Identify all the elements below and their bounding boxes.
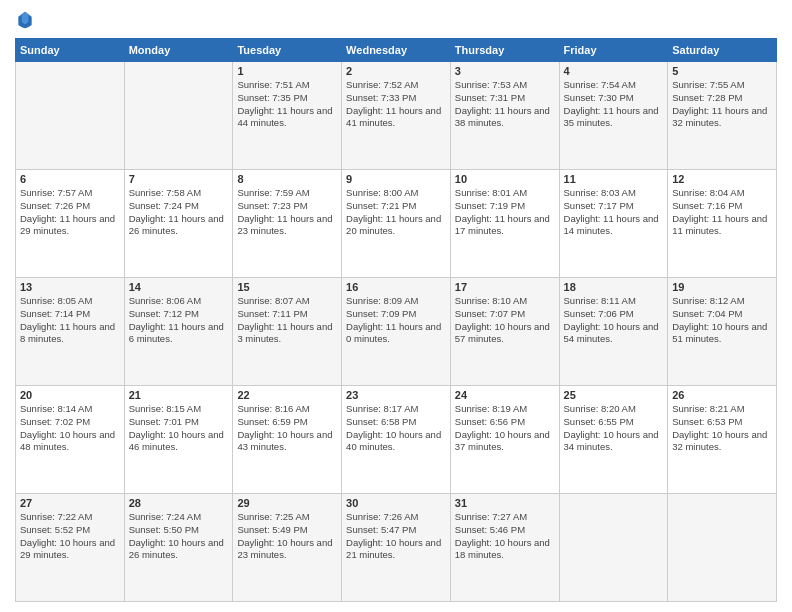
day-cell: 28Sunrise: 7:24 AMSunset: 5:50 PMDayligh… bbox=[124, 494, 233, 602]
day-cell: 19Sunrise: 8:12 AMSunset: 7:04 PMDayligh… bbox=[668, 278, 777, 386]
day-info: Sunrise: 7:55 AMSunset: 7:28 PMDaylight:… bbox=[672, 79, 772, 130]
week-row-5: 27Sunrise: 7:22 AMSunset: 5:52 PMDayligh… bbox=[16, 494, 777, 602]
day-cell: 22Sunrise: 8:16 AMSunset: 6:59 PMDayligh… bbox=[233, 386, 342, 494]
day-cell: 5Sunrise: 7:55 AMSunset: 7:28 PMDaylight… bbox=[668, 62, 777, 170]
header-row: Sunday Monday Tuesday Wednesday Thursday… bbox=[16, 39, 777, 62]
day-info: Sunrise: 8:20 AMSunset: 6:55 PMDaylight:… bbox=[564, 403, 664, 454]
day-info: Sunrise: 8:15 AMSunset: 7:01 PMDaylight:… bbox=[129, 403, 229, 454]
day-cell bbox=[16, 62, 125, 170]
day-number: 8 bbox=[237, 173, 337, 185]
day-info: Sunrise: 7:52 AMSunset: 7:33 PMDaylight:… bbox=[346, 79, 446, 130]
day-info: Sunrise: 7:24 AMSunset: 5:50 PMDaylight:… bbox=[129, 511, 229, 562]
week-row-4: 20Sunrise: 8:14 AMSunset: 7:02 PMDayligh… bbox=[16, 386, 777, 494]
day-cell: 29Sunrise: 7:25 AMSunset: 5:49 PMDayligh… bbox=[233, 494, 342, 602]
day-number: 5 bbox=[672, 65, 772, 77]
col-wednesday: Wednesday bbox=[342, 39, 451, 62]
day-info: Sunrise: 7:27 AMSunset: 5:46 PMDaylight:… bbox=[455, 511, 555, 562]
col-saturday: Saturday bbox=[668, 39, 777, 62]
day-info: Sunrise: 8:12 AMSunset: 7:04 PMDaylight:… bbox=[672, 295, 772, 346]
day-number: 3 bbox=[455, 65, 555, 77]
day-info: Sunrise: 8:00 AMSunset: 7:21 PMDaylight:… bbox=[346, 187, 446, 238]
day-number: 24 bbox=[455, 389, 555, 401]
day-info: Sunrise: 8:07 AMSunset: 7:11 PMDaylight:… bbox=[237, 295, 337, 346]
week-row-1: 1Sunrise: 7:51 AMSunset: 7:35 PMDaylight… bbox=[16, 62, 777, 170]
day-number: 6 bbox=[20, 173, 120, 185]
day-cell: 31Sunrise: 7:27 AMSunset: 5:46 PMDayligh… bbox=[450, 494, 559, 602]
day-info: Sunrise: 7:53 AMSunset: 7:31 PMDaylight:… bbox=[455, 79, 555, 130]
day-cell: 30Sunrise: 7:26 AMSunset: 5:47 PMDayligh… bbox=[342, 494, 451, 602]
day-info: Sunrise: 8:04 AMSunset: 7:16 PMDaylight:… bbox=[672, 187, 772, 238]
day-cell: 6Sunrise: 7:57 AMSunset: 7:26 PMDaylight… bbox=[16, 170, 125, 278]
day-cell bbox=[559, 494, 668, 602]
col-tuesday: Tuesday bbox=[233, 39, 342, 62]
day-cell: 15Sunrise: 8:07 AMSunset: 7:11 PMDayligh… bbox=[233, 278, 342, 386]
day-number: 7 bbox=[129, 173, 229, 185]
day-cell: 25Sunrise: 8:20 AMSunset: 6:55 PMDayligh… bbox=[559, 386, 668, 494]
day-cell: 8Sunrise: 7:59 AMSunset: 7:23 PMDaylight… bbox=[233, 170, 342, 278]
day-cell bbox=[668, 494, 777, 602]
header bbox=[15, 10, 777, 30]
day-info: Sunrise: 8:16 AMSunset: 6:59 PMDaylight:… bbox=[237, 403, 337, 454]
day-info: Sunrise: 8:03 AMSunset: 7:17 PMDaylight:… bbox=[564, 187, 664, 238]
day-info: Sunrise: 7:22 AMSunset: 5:52 PMDaylight:… bbox=[20, 511, 120, 562]
day-cell: 24Sunrise: 8:19 AMSunset: 6:56 PMDayligh… bbox=[450, 386, 559, 494]
col-monday: Monday bbox=[124, 39, 233, 62]
day-cell: 23Sunrise: 8:17 AMSunset: 6:58 PMDayligh… bbox=[342, 386, 451, 494]
day-cell: 4Sunrise: 7:54 AMSunset: 7:30 PMDaylight… bbox=[559, 62, 668, 170]
day-info: Sunrise: 7:25 AMSunset: 5:49 PMDaylight:… bbox=[237, 511, 337, 562]
day-number: 12 bbox=[672, 173, 772, 185]
day-cell: 3Sunrise: 7:53 AMSunset: 7:31 PMDaylight… bbox=[450, 62, 559, 170]
day-cell: 9Sunrise: 8:00 AMSunset: 7:21 PMDaylight… bbox=[342, 170, 451, 278]
day-number: 13 bbox=[20, 281, 120, 293]
week-row-2: 6Sunrise: 7:57 AMSunset: 7:26 PMDaylight… bbox=[16, 170, 777, 278]
day-info: Sunrise: 7:54 AMSunset: 7:30 PMDaylight:… bbox=[564, 79, 664, 130]
col-sunday: Sunday bbox=[16, 39, 125, 62]
col-friday: Friday bbox=[559, 39, 668, 62]
day-info: Sunrise: 8:17 AMSunset: 6:58 PMDaylight:… bbox=[346, 403, 446, 454]
day-info: Sunrise: 8:11 AMSunset: 7:06 PMDaylight:… bbox=[564, 295, 664, 346]
day-info: Sunrise: 8:06 AMSunset: 7:12 PMDaylight:… bbox=[129, 295, 229, 346]
day-number: 20 bbox=[20, 389, 120, 401]
day-cell: 7Sunrise: 7:58 AMSunset: 7:24 PMDaylight… bbox=[124, 170, 233, 278]
day-number: 4 bbox=[564, 65, 664, 77]
day-number: 19 bbox=[672, 281, 772, 293]
day-cell: 2Sunrise: 7:52 AMSunset: 7:33 PMDaylight… bbox=[342, 62, 451, 170]
day-cell: 26Sunrise: 8:21 AMSunset: 6:53 PMDayligh… bbox=[668, 386, 777, 494]
day-info: Sunrise: 8:14 AMSunset: 7:02 PMDaylight:… bbox=[20, 403, 120, 454]
day-number: 18 bbox=[564, 281, 664, 293]
logo-icon bbox=[15, 10, 35, 30]
day-number: 15 bbox=[237, 281, 337, 293]
day-cell: 11Sunrise: 8:03 AMSunset: 7:17 PMDayligh… bbox=[559, 170, 668, 278]
day-cell: 18Sunrise: 8:11 AMSunset: 7:06 PMDayligh… bbox=[559, 278, 668, 386]
col-thursday: Thursday bbox=[450, 39, 559, 62]
day-cell: 17Sunrise: 8:10 AMSunset: 7:07 PMDayligh… bbox=[450, 278, 559, 386]
day-number: 30 bbox=[346, 497, 446, 509]
week-row-3: 13Sunrise: 8:05 AMSunset: 7:14 PMDayligh… bbox=[16, 278, 777, 386]
day-number: 17 bbox=[455, 281, 555, 293]
calendar-body: 1Sunrise: 7:51 AMSunset: 7:35 PMDaylight… bbox=[16, 62, 777, 602]
day-number: 11 bbox=[564, 173, 664, 185]
day-info: Sunrise: 8:19 AMSunset: 6:56 PMDaylight:… bbox=[455, 403, 555, 454]
day-cell: 27Sunrise: 7:22 AMSunset: 5:52 PMDayligh… bbox=[16, 494, 125, 602]
day-cell: 16Sunrise: 8:09 AMSunset: 7:09 PMDayligh… bbox=[342, 278, 451, 386]
page: Sunday Monday Tuesday Wednesday Thursday… bbox=[0, 0, 792, 612]
day-number: 16 bbox=[346, 281, 446, 293]
day-number: 1 bbox=[237, 65, 337, 77]
day-number: 25 bbox=[564, 389, 664, 401]
day-number: 14 bbox=[129, 281, 229, 293]
day-info: Sunrise: 8:05 AMSunset: 7:14 PMDaylight:… bbox=[20, 295, 120, 346]
day-number: 23 bbox=[346, 389, 446, 401]
day-cell: 10Sunrise: 8:01 AMSunset: 7:19 PMDayligh… bbox=[450, 170, 559, 278]
day-info: Sunrise: 7:58 AMSunset: 7:24 PMDaylight:… bbox=[129, 187, 229, 238]
day-cell: 13Sunrise: 8:05 AMSunset: 7:14 PMDayligh… bbox=[16, 278, 125, 386]
day-number: 22 bbox=[237, 389, 337, 401]
day-number: 10 bbox=[455, 173, 555, 185]
day-number: 28 bbox=[129, 497, 229, 509]
day-cell: 1Sunrise: 7:51 AMSunset: 7:35 PMDaylight… bbox=[233, 62, 342, 170]
day-number: 21 bbox=[129, 389, 229, 401]
day-number: 31 bbox=[455, 497, 555, 509]
calendar-table: Sunday Monday Tuesday Wednesday Thursday… bbox=[15, 38, 777, 602]
day-number: 29 bbox=[237, 497, 337, 509]
day-info: Sunrise: 8:21 AMSunset: 6:53 PMDaylight:… bbox=[672, 403, 772, 454]
day-number: 2 bbox=[346, 65, 446, 77]
